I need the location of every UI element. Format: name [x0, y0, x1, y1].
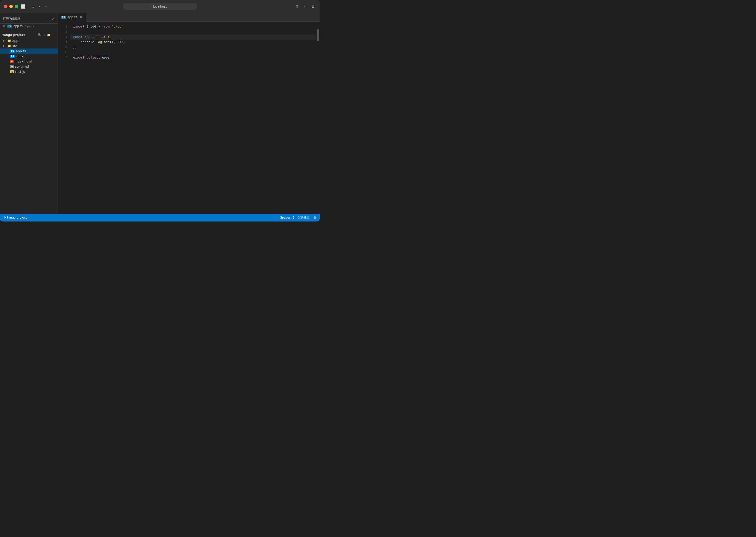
arrow-icon: ▶ — [3, 39, 6, 42]
tab-appTs[interactable]: TS app.ts ✕ — [58, 13, 86, 21]
file-name: test.js — [15, 70, 25, 74]
js-file-icon: JS — [10, 70, 14, 73]
tab-label: app.ts — [67, 15, 77, 19]
search-files-icon[interactable]: 🔍 — [38, 33, 42, 37]
close-all-icon[interactable]: ✕ — [52, 17, 55, 21]
editor-close-icon[interactable]: ✕ — [3, 24, 5, 28]
tree-item-src[interactable]: ▶ 📁 src — [0, 43, 57, 49]
collapse-folders-icon[interactable]: — — [52, 33, 55, 37]
code-line-1: import { add } from './cc'; — [70, 24, 316, 29]
statusbar-shortcuts[interactable]: ⌘快捷键 — [298, 216, 310, 220]
folder-name: app — [12, 39, 18, 43]
titlebar-right-actions: ⬆ + ⧉ — [294, 3, 316, 10]
arrow-icon: ▶ — [3, 44, 6, 48]
open-editors-section: 打开的编辑器 ⊞ ✕ ✕ TS app.ts /app.ts — [0, 13, 57, 30]
code-content[interactable]: import { add } from './cc'; const App = … — [70, 21, 316, 214]
ts-file-icon: TS — [10, 50, 15, 53]
sidebar-header-icons: ⊞ ✕ — [48, 17, 55, 21]
editor-tabs: TS app.ts ✕ — [58, 13, 320, 21]
scrollbar-thumb[interactable] — [317, 29, 319, 41]
statusbar-left: ⚙ tango project — [3, 216, 27, 219]
statusbar-project[interactable]: ⚙ tango project — [3, 216, 27, 219]
project-header-icons: 🔍 + 📁 — — [38, 33, 55, 37]
file-name: style.md — [15, 65, 29, 68]
forward-button[interactable]: › — [43, 3, 48, 10]
editor-filename: app.ts — [14, 24, 22, 28]
file-name: index.html — [15, 60, 32, 63]
statusbar-project-name: tango project — [7, 216, 27, 219]
folder-name: src — [12, 44, 17, 48]
tree-item-ccTs[interactable]: TS cc.ts — [0, 54, 57, 59]
titlebar: ⬜ ⌄ ‹ › ⬆ + ⧉ — [0, 0, 320, 13]
file-explorer: tango project 🔍 + 📁 — ▶ 📁 app ▶ 📁 src — [0, 30, 57, 214]
statusbar-branch-icon: ⚙ — [3, 216, 6, 219]
back-button[interactable]: ‹ — [38, 3, 42, 10]
folder-icon: 📁 — [7, 44, 11, 48]
code-line-4: console.log(add(1, 2)); — [70, 40, 316, 45]
html-file-icon: H — [10, 60, 14, 63]
statusbar: ⚙ tango project Spaces: 2 ⌘快捷键 ⚙ — [0, 214, 320, 222]
save-all-icon[interactable]: ⊞ — [48, 17, 51, 21]
folder-icon: 📁 — [7, 39, 11, 43]
close-button[interactable] — [4, 5, 7, 8]
code-line-2 — [70, 29, 316, 34]
sidebar-header: 打开的编辑器 ⊞ ✕ — [0, 14, 57, 23]
file-name: cc.ts — [16, 54, 23, 58]
code-line-6 — [70, 50, 316, 55]
editor-filepath: /app.ts — [24, 24, 34, 28]
share-button[interactable]: ⬆ — [294, 3, 300, 10]
project-header: tango project 🔍 + 📁 — — [0, 32, 57, 38]
address-bar-container — [123, 3, 197, 10]
ts-file-icon: TS — [10, 55, 15, 58]
maximize-button[interactable] — [15, 5, 18, 8]
minimize-button[interactable] — [9, 5, 13, 8]
tree-item-app[interactable]: ▶ 📁 app — [0, 38, 57, 43]
main-layout: 打开的编辑器 ⊞ ✕ ✕ TS app.ts /app.ts tango pro… — [0, 13, 320, 214]
split-view-button[interactable]: ⧉ — [310, 3, 316, 10]
code-editor[interactable]: 1 2 3 4 5 6 7 import { add } from './cc'… — [58, 21, 320, 214]
navigation-buttons: ⌄ ‹ › — [30, 3, 48, 10]
address-input[interactable] — [123, 3, 197, 10]
code-line-5: }; — [70, 45, 316, 50]
tab-ts-icon: TS — [61, 16, 66, 19]
sidebar: 打开的编辑器 ⊞ ✕ ✕ TS app.ts /app.ts tango pro… — [0, 13, 58, 214]
tree-item-testJs[interactable]: JS test.js — [0, 69, 57, 74]
md-file-icon: M — [10, 65, 14, 68]
ts-file-icon: TS — [7, 24, 12, 27]
tree-item-appTs[interactable]: TS app.ts — [0, 49, 57, 54]
new-tab-button[interactable]: + — [302, 3, 308, 10]
traffic-lights — [4, 5, 18, 8]
nav-chevron-down-button[interactable]: ⌄ — [30, 3, 36, 10]
settings-icon[interactable]: ⚙ — [313, 216, 316, 220]
line-numbers: 1 2 3 4 5 6 7 — [58, 21, 70, 214]
open-editors-title: 打开的编辑器 — [3, 17, 21, 21]
code-line-7: export default App; — [70, 55, 316, 60]
new-file-icon[interactable]: + — [43, 33, 46, 37]
project-name: tango project — [2, 33, 25, 37]
tree-item-styleMd[interactable]: M style.md — [0, 64, 57, 69]
code-line-3: const App = () => { — [70, 34, 316, 40]
sidebar-toggle-button[interactable]: ⬜ — [19, 3, 27, 10]
new-folder-icon[interactable]: 📁 — [47, 33, 51, 37]
statusbar-spaces[interactable]: Spaces: 2 — [280, 216, 294, 219]
statusbar-right: Spaces: 2 ⌘快捷键 ⚙ — [280, 216, 316, 220]
scrollbar[interactable] — [316, 21, 320, 214]
file-name: app.ts — [16, 49, 26, 53]
open-editor-item-appTs[interactable]: ✕ TS app.ts /app.ts — [0, 23, 57, 28]
tab-close-icon[interactable]: ✕ — [80, 15, 82, 19]
tree-item-indexHtml[interactable]: H index.html — [0, 59, 57, 64]
editor-area: TS app.ts ✕ 1 2 3 4 5 6 7 import { add }… — [58, 13, 320, 214]
